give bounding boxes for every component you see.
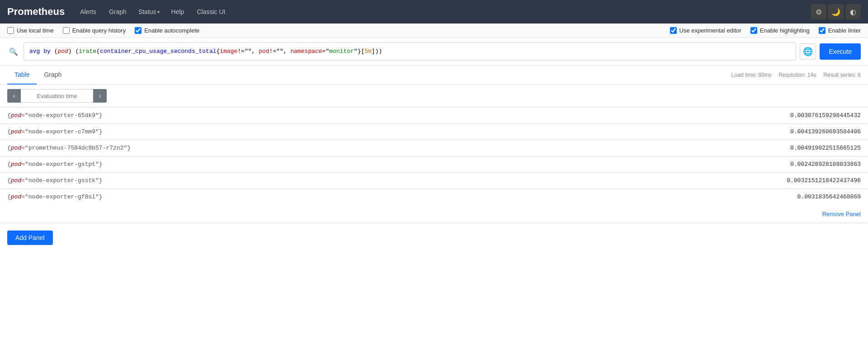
search-icon: 🔍 (7, 46, 20, 58)
dark-mode-icon-button[interactable]: 🌙 (828, 4, 844, 19)
tab-table[interactable]: Table (7, 66, 37, 85)
eval-row: ‹ › (0, 85, 868, 108)
enable-highlighting-checkbox[interactable] (750, 27, 757, 34)
result-value-0: 0.003076159298445432 (528, 108, 868, 124)
settings-icon-button[interactable]: ⚙ (811, 4, 826, 19)
brand-logo: Prometheus (7, 6, 65, 18)
table-row: {pod="node-exporter-gf8sl"} 0.0031835642… (0, 189, 868, 205)
table-row: {pod="node-exporter-c7mm9"} 0.0041392606… (0, 124, 868, 140)
result-table: {pod="node-exporter-65dk9"} 0.0030761592… (0, 108, 868, 205)
enable-query-history-label[interactable]: Enable query history (63, 27, 126, 34)
table-row: {pod="node-exporter-gstpt"} 0.0024289281… (0, 156, 868, 173)
eval-prev-button[interactable]: ‹ (7, 89, 21, 103)
load-time: Load time: 80ms (731, 72, 772, 78)
result-label-3: {pod="node-exporter-gstpt"} (0, 156, 528, 173)
add-panel-row: Add Panel (0, 223, 868, 252)
result-label-1: {pod="node-exporter-c7mm9"} (0, 124, 528, 140)
result-value-1: 0.004139260693584406 (528, 124, 868, 140)
result-series: Result series: 6 (823, 72, 861, 78)
result-value-4: 0.0032151218422437496 (528, 173, 868, 189)
execute-button[interactable]: Execute (820, 43, 861, 60)
enable-linter-label[interactable]: Enable linter (819, 27, 861, 34)
navbar-icons: ⚙ 🌙 ◐ (811, 4, 861, 19)
chevron-down-icon: ▾ (157, 9, 160, 14)
query-text: avg by (pod) (irate(container_cpu_usage_… (29, 47, 382, 56)
use-local-time-label[interactable]: Use local time (7, 27, 54, 34)
query-bar: 🔍 avg by (pod) (irate(container_cpu_usag… (0, 38, 868, 66)
tab-graph[interactable]: Graph (37, 66, 69, 85)
result-value-2: 0.004919022515665125 (528, 140, 868, 156)
graph-nav-link[interactable]: Graph (108, 6, 127, 17)
use-experimental-editor-checkbox[interactable] (670, 27, 677, 34)
result-value-5: 0.0031835642468069 (528, 189, 868, 205)
alerts-link[interactable]: Alerts (79, 6, 97, 17)
help-link[interactable]: Help (170, 6, 185, 17)
result-label-0: {pod="node-exporter-65dk9"} (0, 108, 528, 124)
panel: Table Graph Load time: 80ms Resolution: … (0, 66, 868, 223)
use-experimental-editor-label[interactable]: Use experimental editor (670, 27, 741, 34)
status-dropdown[interactable]: Status ▾ (138, 8, 160, 15)
contrast-icon-button[interactable]: ◐ (845, 4, 861, 19)
remove-panel-row: Remove Panel (0, 205, 868, 223)
resolution: Resolution: 14s (779, 72, 816, 78)
add-panel-button[interactable]: Add Panel (7, 231, 53, 245)
enable-highlighting-label[interactable]: Enable highlighting (750, 27, 810, 34)
result-value-3: 0.002428928188033863 (528, 156, 868, 173)
enable-autocomplete-checkbox[interactable] (135, 27, 142, 34)
table-row: {pod="node-exporter-gsstk"} 0.0032151218… (0, 173, 868, 189)
enable-linter-checkbox[interactable] (819, 27, 826, 34)
status-label: Status (138, 8, 156, 15)
table-row: {pod="prometheus-7584dc9b57-r7zn2"} 0.00… (0, 140, 868, 156)
eval-time-input[interactable] (21, 89, 93, 103)
globe-icon-button[interactable]: 🌐 (800, 43, 816, 60)
enable-autocomplete-label[interactable]: Enable autocomplete (135, 27, 199, 34)
use-local-time-checkbox[interactable] (7, 27, 14, 34)
result-label-2: {pod="prometheus-7584dc9b57-r7zn2"} (0, 140, 528, 156)
navbar: Prometheus Alerts Graph Status ▾ Help Cl… (0, 0, 868, 24)
tabs-meta: Load time: 80ms Resolution: 14s Result s… (731, 72, 861, 78)
eval-next-button[interactable]: › (93, 89, 107, 103)
table-row: {pod="node-exporter-65dk9"} 0.0030761592… (0, 108, 868, 124)
settings-bar: Use local time Enable query history Enab… (0, 24, 868, 38)
query-input[interactable]: avg by (pod) (irate(container_cpu_usage_… (24, 42, 796, 61)
result-label-5: {pod="node-exporter-gf8sl"} (0, 189, 528, 205)
remove-panel-link[interactable]: Remove Panel (822, 211, 861, 217)
tabs-row: Table Graph Load time: 80ms Resolution: … (0, 66, 868, 85)
classic-ui-link[interactable]: Classic UI (196, 6, 226, 17)
result-label-4: {pod="node-exporter-gsstk"} (0, 173, 528, 189)
enable-query-history-checkbox[interactable] (63, 27, 70, 34)
